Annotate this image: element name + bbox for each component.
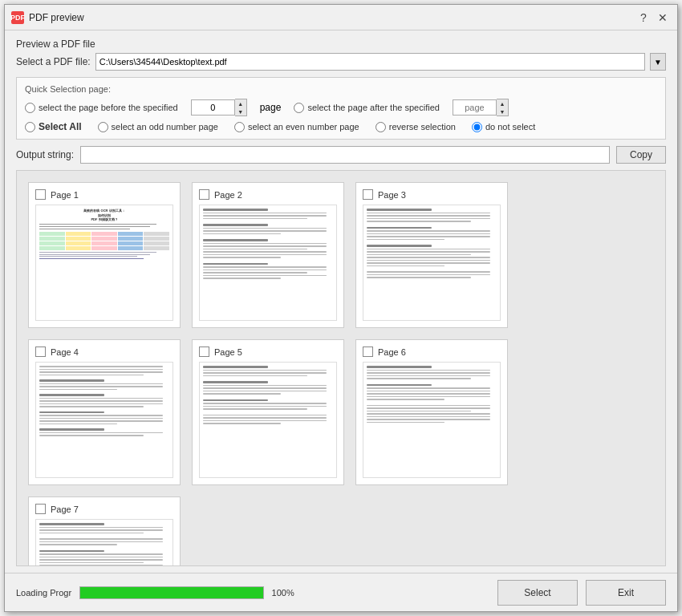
page-4-checkbox[interactable] [35,346,46,357]
progress-bar [79,586,263,599]
page-thumb-5[interactable]: Page 5 [192,339,344,485]
page-7-checkbox[interactable] [35,504,46,514]
quick-section-title: Quick Selection page: [25,84,657,94]
before-page-down-button[interactable]: ▼ [235,107,246,116]
before-page-input[interactable] [191,99,235,116]
reverse-radio[interactable] [376,122,386,132]
page-7-header: Page 7 [35,504,173,514]
page-7-label: Page 7 [51,505,79,514]
page-4-header: Page 4 [35,346,173,357]
page-5-preview [199,362,337,478]
app-icon: PDF [11,11,24,24]
pdf-preview-dialog: PDF PDF preview ? ✕ Preview a PDF file S… [4,4,678,612]
dialog-title: PDF preview [29,12,84,23]
page-4-preview [35,362,173,478]
footer: Loading Progr 100% Select Exit [5,573,677,611]
even-page-label: select an even number page [248,122,359,132]
help-button[interactable]: ? [635,10,652,26]
before-page-up-button[interactable]: ▲ [235,99,246,107]
page-6-checkbox[interactable] [363,346,373,357]
file-dropdown-button[interactable]: ▼ [650,53,666,71]
output-row: Output string: Copy [16,146,666,164]
page-1-checkbox[interactable] [35,189,46,200]
after-page-spinner-buttons: ▲ ▼ [497,99,509,116]
odd-page-label: select an odd number page [112,122,218,132]
no-select-group: do not select [472,122,535,132]
page-2-header: Page 2 [199,189,337,200]
file-row: Select a PDF file: ▼ [16,53,666,71]
page-5-label: Page 5 [214,347,242,357]
page-3-checkbox[interactable] [363,189,373,200]
file-path-input[interactable] [95,53,645,71]
page-1-title: 高效的在线 OCR 识别工具：如何识别PDF 扫描版文档？ [39,209,169,222]
before-page-radio[interactable] [25,103,35,113]
before-page-spinner: ▲ ▼ [191,99,247,116]
page-6-label: Page 6 [378,347,406,357]
after-page-input[interactable] [453,99,497,116]
pages-grid: Page 1 高效的在线 OCR 识别工具：如何识别PDF 扫描版文档？ [17,171,665,566]
after-page-spinner: ▲ ▼ [453,99,509,116]
page-1-lines [39,224,169,230]
after-page-group: select the page after the specified [294,103,440,113]
pages-container[interactable]: Page 1 高效的在线 OCR 识别工具：如何识别PDF 扫描版文档？ [16,170,666,566]
output-label: Output string: [16,149,74,160]
page-3-header: Page 3 [363,189,501,200]
before-page-unit: page [260,102,282,113]
after-page-down-button[interactable]: ▼ [497,107,508,116]
progress-bar-fill [80,587,262,598]
close-button[interactable]: ✕ [655,10,671,26]
quick-row-2: Select All select an odd number page sel… [25,121,657,132]
page-1-preview: 高效的在线 OCR 识别工具：如何识别PDF 扫描版文档？ [35,205,173,321]
page-3-label: Page 3 [378,190,406,200]
odd-page-radio[interactable] [98,122,108,132]
page-1-table [39,232,169,250]
page-thumb-6[interactable]: Page 6 [355,339,508,485]
page-5-header: Page 5 [199,346,337,357]
loading-label: Loading Progr [16,588,71,598]
title-bar-controls: ? ✕ [635,10,671,26]
page-2-label: Page 2 [214,190,242,200]
even-page-group: select an even number page [234,122,359,132]
page-3-preview [363,205,501,321]
even-page-radio[interactable] [234,122,245,132]
before-page-group: select the page before the specified [25,103,178,113]
exit-button[interactable]: Exit [586,580,666,606]
before-page-spinner-buttons: ▲ ▼ [235,99,247,116]
page-2-preview [199,205,337,321]
before-page-label: select the page before the specified [39,103,178,112]
select-all-group: Select All [25,121,82,132]
file-label: Select a PDF file: [16,56,91,67]
odd-page-group: select an odd number page [98,122,218,132]
output-input[interactable] [80,146,610,164]
after-page-up-button[interactable]: ▲ [497,99,508,107]
page-4-label: Page 4 [51,347,79,357]
page-thumb-3[interactable]: Page 3 [355,182,508,328]
page-thumb-4[interactable]: Page 4 [28,339,181,485]
after-page-radio[interactable] [294,103,304,113]
page-7-preview [35,519,173,566]
select-all-label: Select All [39,121,82,132]
page-5-checkbox[interactable] [199,346,209,357]
page-1-label: Page 1 [51,190,79,200]
quick-selection-section: Quick Selection page: select the page be… [16,77,666,140]
dialog-content: Preview a PDF file Select a PDF file: ▼ … [5,30,677,573]
reverse-label: reverse selection [389,122,456,132]
after-page-label: select the page after the specified [307,103,440,112]
page-2-checkbox[interactable] [199,189,209,200]
copy-button[interactable]: Copy [616,146,666,164]
page-thumb-7[interactable]: Page 7 [28,496,181,566]
page-1-bottom-lines [39,252,169,259]
progress-percent: 100% [272,588,299,598]
select-button[interactable]: Select [497,580,578,606]
select-all-radio[interactable] [25,122,35,132]
no-select-label: do not select [485,122,535,132]
preview-label: Preview a PDF file [16,38,666,50]
reverse-group: reverse selection [376,122,456,132]
page-1-header: Page 1 [35,189,173,200]
title-bar-left: PDF PDF preview [11,11,84,24]
no-select-radio[interactable] [472,122,482,132]
page-thumb-2[interactable]: Page 2 [192,182,344,328]
quick-row-1: select the page before the specified ▲ ▼… [25,99,657,116]
page-thumb-1[interactable]: Page 1 高效的在线 OCR 识别工具：如何识别PDF 扫描版文档？ [28,182,181,328]
page-6-preview [363,362,501,478]
